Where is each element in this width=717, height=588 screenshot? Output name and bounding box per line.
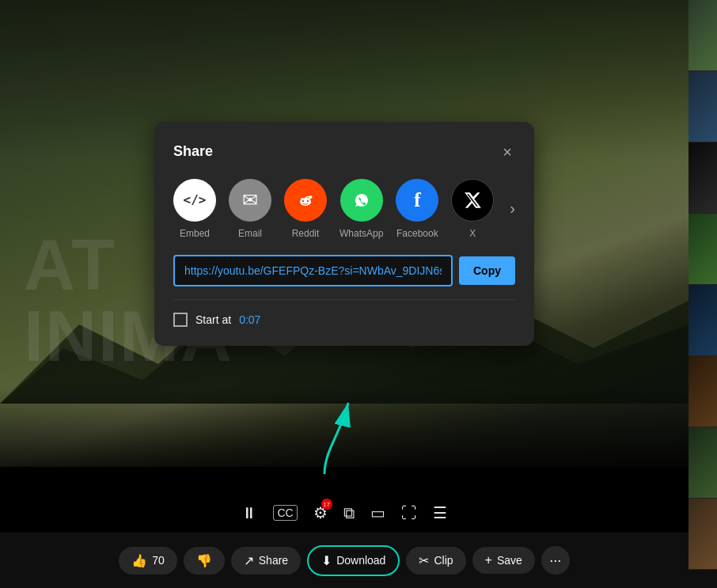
more-button[interactable]: ···	[541, 546, 570, 575]
sidebar-thumb-1[interactable]	[689, 0, 717, 71]
video-controls-bar: ⏸ CC ⚙ 17 ⧉ ▭ ⛶ ☰	[0, 493, 689, 533]
theater-button[interactable]: ▭	[370, 503, 385, 522]
sidebar-thumb-4[interactable]	[689, 214, 717, 285]
clip-label: Clip	[434, 554, 453, 567]
embed-symbol: </>	[184, 192, 207, 207]
action-bar: 👍 70 👎 ↗ Share ⬇ Download ✂ Clip + Save …	[0, 533, 689, 588]
clip-icon: ✂	[419, 553, 429, 568]
share-modal: Share × </> Embed ✉ Email	[154, 122, 534, 346]
miniplayer-button[interactable]: ⧉	[343, 504, 355, 522]
sidebar-thumb-5[interactable]	[689, 285, 717, 356]
embed-label: Embed	[180, 228, 210, 239]
sidebar-thumb-2[interactable]	[689, 71, 717, 142]
download-label: Download	[336, 554, 385, 567]
download-icon: ⬇	[321, 553, 332, 568]
share-whatsapp-item[interactable]: WhatsApp	[340, 179, 383, 239]
email-symbol: ✉	[242, 189, 258, 211]
x-brand-icon	[463, 191, 482, 210]
copy-button[interactable]: Copy	[459, 256, 515, 285]
dislike-button[interactable]: 👎	[184, 547, 225, 575]
settings-button[interactable]: ⚙ 17	[313, 503, 328, 522]
start-at-label: Start at	[195, 313, 231, 326]
share-button[interactable]: ↗ Share	[231, 547, 301, 575]
email-label: Email	[238, 228, 262, 239]
share-icon: ↗	[244, 553, 254, 568]
reddit-icon-circle	[284, 179, 327, 222]
fullscreen-button[interactable]: ⛶	[401, 504, 417, 522]
start-at-time: 0:07	[239, 313, 260, 326]
close-button[interactable]: ×	[499, 141, 515, 163]
chapters-button[interactable]: ☰	[433, 503, 447, 522]
x-label: X	[469, 228, 476, 239]
share-reddit-item[interactable]: Reddit	[284, 179, 327, 239]
modal-header: Share ×	[173, 141, 515, 163]
x-icon-circle	[451, 179, 494, 222]
dislike-icon: 👎	[196, 553, 212, 568]
modal-title: Share	[173, 143, 213, 160]
share-email-item[interactable]: ✉ Email	[229, 179, 271, 239]
download-button[interactable]: ⬇ Download	[307, 545, 400, 576]
save-button[interactable]: + Save	[472, 547, 535, 574]
sidebar-thumb-6[interactable]	[689, 356, 717, 427]
cc-button[interactable]: CC	[273, 505, 297, 521]
pause-button[interactable]: ⏸	[241, 504, 257, 522]
facebook-label: Facebook	[396, 228, 438, 239]
like-icon: 👍	[131, 553, 147, 568]
like-count: 70	[152, 554, 165, 567]
share-x-item[interactable]: X	[451, 179, 494, 239]
share-label: Share	[259, 554, 288, 567]
facebook-symbol: f	[414, 188, 421, 212]
share-facebook-item[interactable]: f Facebook	[396, 179, 438, 239]
share-icons-row: </> Embed ✉ Email	[173, 179, 515, 239]
reddit-label: Reddit	[292, 228, 320, 239]
share-embed-item[interactable]: </> Embed	[173, 179, 216, 239]
like-button[interactable]: 👍 70	[119, 547, 177, 575]
sidebar-thumb-3[interactable]	[689, 142, 717, 214]
url-row: Copy	[173, 255, 515, 286]
sidebar-thumb-8[interactable]	[689, 499, 717, 570]
whatsapp-icon-circle	[340, 179, 383, 222]
svg-point-4	[302, 199, 304, 201]
whatsapp-icon	[350, 188, 374, 212]
start-at-checkbox[interactable]	[173, 313, 188, 327]
start-at-row: Start at 0:07	[173, 313, 515, 327]
url-input[interactable]	[173, 255, 453, 286]
facebook-icon-circle: f	[396, 179, 438, 222]
email-icon-circle: ✉	[229, 179, 271, 222]
divider	[173, 299, 515, 300]
embed-icon-circle: </>	[173, 179, 216, 222]
sidebar	[689, 0, 717, 588]
sidebar-thumb-7[interactable]	[689, 427, 717, 499]
svg-point-5	[307, 199, 309, 201]
whatsapp-label: WhatsApp	[340, 228, 383, 239]
svg-point-8	[308, 198, 310, 200]
more-label: ···	[549, 552, 561, 569]
reddit-icon	[294, 189, 317, 211]
save-icon: +	[485, 553, 492, 567]
clip-button[interactable]: ✂ Clip	[406, 547, 465, 575]
modal-overlay: Share × </> Embed ✉ Email	[0, 0, 689, 467]
save-label: Save	[497, 554, 522, 567]
svg-point-7	[301, 198, 303, 200]
more-share-arrow[interactable]: ›	[510, 199, 515, 218]
